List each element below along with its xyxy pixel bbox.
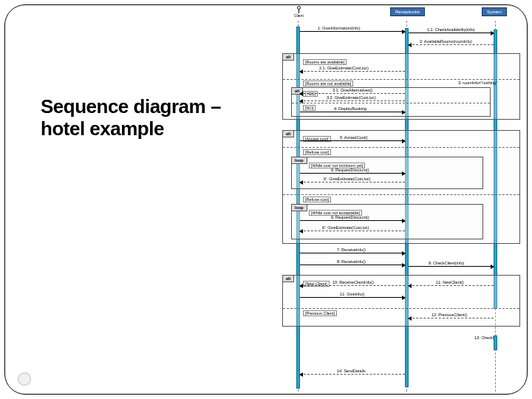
alt4-divider [283, 308, 519, 309]
msg-9: 9: CheckClient(info) [429, 261, 464, 265]
arrow-m8 [300, 265, 405, 265]
title-line-1: Sequence diagram – [41, 96, 221, 118]
alt3-div2 [283, 194, 519, 195]
alt-tag-1: alt [282, 53, 294, 61]
guard-refuse-cost-2: [Refuse cost] [303, 197, 331, 202]
participant-receptionist: Receptionist [390, 7, 425, 16]
arrow-m14 [300, 374, 405, 375]
guard-rooms-not-available: [Rooms are not available] [303, 81, 353, 86]
msg-11: 11: NewClient() [436, 280, 464, 284]
arrow-m2 [409, 44, 494, 45]
arrow-m11 [409, 285, 494, 286]
arrow-m1-1 [409, 33, 494, 33]
arrow-m12 [409, 318, 494, 318]
guard-previous-client: [Previous Client] [303, 310, 337, 316]
msg-12: 12: PreviousClient() [432, 313, 467, 317]
msg-4: 4: DisplayBooking [334, 106, 366, 111]
msg-6b: 6: RequestDiscount() [331, 215, 369, 219]
msg-5: 5: AcceptCost() [340, 135, 368, 140]
participant-system: System [482, 7, 507, 16]
msg-2: 2: AvailableRooms(roomInfo) [420, 39, 472, 44]
loop-tag-1: loop [291, 157, 307, 164]
guard-rooms-available: [Rooms are available] [303, 59, 347, 65]
arrow-m3-2 [300, 100, 405, 101]
msg-13: 13: CheckIn [474, 335, 496, 340]
arrow-m2-1 [300, 71, 405, 72]
arrow-m11b [300, 297, 405, 298]
guard-refuse-cost: [Refuse cost] [303, 149, 331, 155]
alt-tag-3: alt [282, 130, 294, 137]
msg-3-1: 3.1: GiveAlternatives() [332, 88, 372, 92]
alt-tag-4: alt [282, 275, 294, 282]
loop-tag-2: loop [291, 204, 307, 211]
msg-2-1: 2.1: GiveEstimate(Cost,loc) [319, 66, 369, 70]
system-label: System [487, 10, 502, 14]
receptionist-label: Receptionist [395, 10, 420, 14]
arrow-m6r [300, 182, 405, 183]
msg-1: 1: GiveInformation(info) [318, 26, 360, 30]
slide-title: Sequence diagram – hotel example [41, 96, 221, 140]
sequence-diagram: Client Receptionist System 1: GiveInform… [281, 4, 525, 395]
arrow-m9 [409, 266, 494, 267]
msg-7: 7: ReceiveInfo() [337, 248, 366, 252]
arrow-m1 [300, 31, 405, 32]
arrow-m5 [300, 140, 405, 141]
msg-11b: 11: GiveInfo() [340, 292, 364, 296]
slide-number-placeholder [18, 372, 31, 386]
msg-6br: 6': GiveEstimate(Cost,loc) [322, 225, 369, 230]
msg-14: 14: SendDetails [337, 369, 366, 373]
msg-3: 3: roomInfo="nothing" [458, 81, 497, 85]
arrow-m6b [300, 220, 405, 221]
arrow-m4 [300, 112, 405, 112]
arrow-m3-1 [300, 93, 405, 94]
title-line-2: hotel example [41, 118, 221, 140]
guard-no: [NO] [303, 105, 316, 111]
msg-10: 10: ReceiveClientInfo() [332, 280, 374, 284]
msg-6r: 6': GiveEstimate(Cost,loc) [324, 177, 370, 181]
msg-8: 8: ReceiveInfo() [337, 259, 366, 264]
arrow-m6 [300, 173, 405, 174]
actor-client: Client [294, 6, 304, 18]
msg-3-2: 3.2: GiveEstimate(Cost,loc) [327, 95, 376, 100]
alt1-divider [283, 79, 519, 80]
activation-system-checkin [494, 335, 497, 350]
msg-6: 6: RequestDiscount() [331, 168, 369, 172]
arrow-m7 [300, 253, 405, 253]
msg-1-1: 1.1: CheckAvailability(info) [427, 27, 475, 32]
alt3-div1 [283, 147, 519, 148]
fragment-alt-2: alt [291, 87, 491, 117]
actor-client-label: Client [294, 13, 304, 18]
guard-yes: [YES] [303, 91, 318, 97]
arrow-m10 [300, 285, 405, 286]
arrow-m6br [300, 231, 405, 231]
alt2-divider [292, 103, 490, 103]
